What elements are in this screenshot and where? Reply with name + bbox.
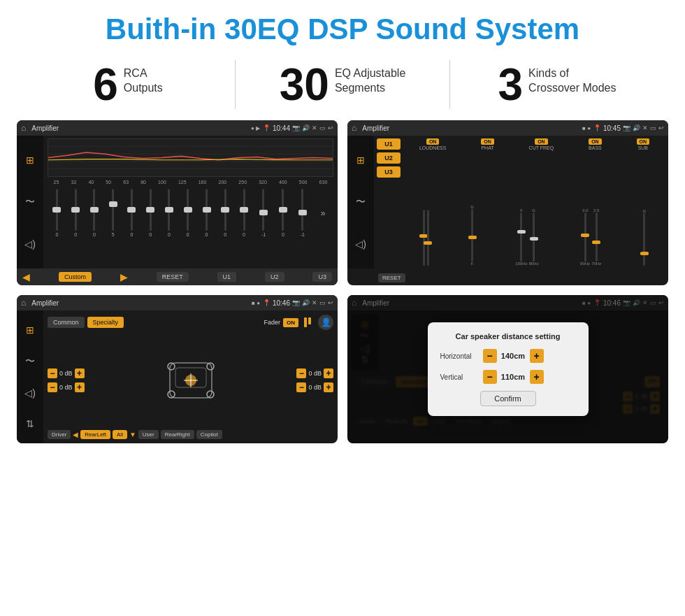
db-plus-br[interactable]: + [324, 382, 333, 392]
cutfreq-slider-2[interactable] [533, 213, 535, 262]
slider-14[interactable]: -1 [301, 187, 305, 239]
specialty-btn[interactable]: Specialty [87, 317, 124, 328]
cutfreq-on[interactable]: ON [535, 138, 548, 145]
slider-6[interactable]: 0 [149, 187, 152, 239]
eq-sidebar: ⊞ 〜 ◁) [17, 136, 43, 268]
rearright-btn[interactable]: RearRight [161, 430, 194, 439]
nav-u1[interactable]: U1 [217, 272, 237, 282]
fader-icon-arrows[interactable]: ⇅ [26, 418, 34, 429]
slider-1[interactable]: 0 [55, 187, 58, 239]
fader-icon-speaker[interactable]: ◁) [24, 387, 36, 399]
sub-slider[interactable] [643, 213, 645, 266]
eq-content: ⊞ 〜 ◁) [17, 136, 338, 268]
fader-bar-1 [304, 317, 307, 327]
amp2-main-area: U1 U2 U3 ON LOUDNESS ON [374, 136, 668, 268]
sub-label: SUB [638, 145, 648, 150]
app-name-eq: Amplifier [31, 124, 248, 132]
slider-4[interactable]: 5 [112, 187, 115, 239]
reset-btn[interactable]: RESET [378, 273, 405, 282]
confirm-button[interactable]: Confirm [480, 391, 536, 406]
slider-3[interactable]: 0 [93, 187, 96, 239]
driver-btn[interactable]: Driver [48, 430, 71, 439]
rect-icon-2: ▭ [650, 124, 656, 131]
time-eq: 10:44 [273, 124, 290, 132]
amp2-icon-speaker[interactable]: ◁) [355, 238, 366, 250]
phat-on[interactable]: ON [481, 138, 494, 145]
slider-5[interactable]: 0 [130, 187, 133, 239]
nav-u3[interactable]: U3 [312, 272, 332, 282]
bass-on[interactable]: ON [589, 138, 602, 145]
nav-u2[interactable]: U2 [265, 272, 284, 282]
preset-u2[interactable]: U2 [377, 152, 401, 164]
fader-middle: − 0 dB + − 0 dB + [48, 333, 333, 427]
left-arrow[interactable]: ◀ [73, 431, 78, 438]
prev-icon[interactable]: ◀ [22, 271, 30, 282]
db-minus-tl[interactable]: − [48, 368, 57, 378]
user-btn-fader[interactable]: User [138, 430, 159, 439]
ctrl-cutfreq: ON CUT FREQ [529, 138, 554, 150]
copilot-btn[interactable]: Copilot [196, 430, 222, 439]
slider-10[interactable]: 0 [224, 187, 226, 239]
vertical-minus[interactable]: − [483, 370, 497, 384]
loudness-on[interactable]: ON [426, 138, 440, 145]
ctrl-loudness: ON LOUDNESS [419, 138, 447, 150]
preset-u3[interactable]: U3 [377, 166, 401, 178]
db-minus-tr[interactable]: − [296, 368, 306, 378]
db-plus-tl[interactable]: + [75, 368, 85, 378]
db-plus-tr[interactable]: + [324, 368, 333, 378]
rearleft-btn[interactable]: RearLeft [80, 430, 110, 439]
expand-icon[interactable]: » [321, 208, 326, 218]
common-btn[interactable]: Common [48, 317, 85, 328]
db-minus-br[interactable]: − [296, 382, 306, 392]
x-icon-3: ✕ [312, 299, 317, 306]
app-name-fader: Amplifier [31, 299, 249, 307]
eq-nav-bar: ◀ Custom ▶ RESET U1 U2 U3 [17, 268, 338, 285]
phat-slider[interactable] [471, 209, 473, 262]
fader-icon-filter[interactable]: ⊞ [26, 324, 34, 336]
vertical-plus[interactable]: + [530, 370, 544, 384]
nav-reset[interactable]: RESET [157, 272, 189, 282]
eq-icon-speaker[interactable]: ◁) [24, 238, 36, 250]
preset-u1[interactable]: U1 [377, 138, 401, 150]
cutfreq-slider-1[interactable] [520, 213, 522, 262]
slider-2[interactable]: 0 [74, 187, 77, 239]
nav-custom[interactable]: Custom [59, 272, 92, 282]
statusbar-amp2: ⌂ Amplifier ■ ● 📍 10:45 📷 🔊 ✕ ▭ ↩ [347, 120, 668, 136]
app-name-amp2: Amplifier [362, 124, 579, 132]
stat-item-rca: 6 RCAOutputs [28, 62, 228, 107]
down-arrow[interactable]: ▼ [129, 431, 136, 438]
loudness-slider-1[interactable] [423, 210, 425, 266]
horizontal-plus[interactable]: + [530, 349, 544, 363]
db-plus-bl[interactable]: + [75, 382, 85, 392]
fader-on[interactable]: ON [283, 318, 298, 327]
home-icon-3: ⌂ [21, 298, 26, 308]
stats-row: 6 RCAOutputs 30 EQ AdjustableSegments 3 … [0, 53, 685, 120]
eq-main-area: 2532 4050 6380 100125 160200 250320 4005… [43, 136, 338, 268]
cam-icon: 📷 [292, 124, 300, 131]
slider-11[interactable]: 0 [243, 187, 245, 239]
bass-slider-2[interactable] [596, 213, 598, 262]
all-btn[interactable]: All [113, 430, 127, 439]
db-minus-bl[interactable]: − [48, 382, 57, 392]
fader-content: ⊞ 〜 ◁) ⇅ Common Specialty Fader ON [17, 310, 338, 443]
eq-icon-filter[interactable]: ⊞ [26, 155, 34, 166]
screens-grid: ⌂ Amplifier ● ▶ 📍 10:44 📷 🔊 ✕ ▭ ↩ ⊞ 〜 ◁) [0, 120, 685, 443]
bass-slider-1[interactable] [584, 213, 586, 262]
time-fader: 10:46 [273, 299, 290, 307]
slider-9[interactable]: 0 [206, 187, 208, 239]
slider-13[interactable]: 0 [282, 187, 284, 239]
slider-7[interactable]: 0 [168, 187, 171, 239]
sub-on[interactable]: ON [637, 138, 650, 145]
amp2-icon-wave[interactable]: 〜 [356, 196, 366, 208]
fader-icon-wave[interactable]: 〜 [25, 355, 35, 368]
next-icon[interactable]: ▶ [120, 271, 128, 282]
svg-point-9 [207, 391, 214, 398]
loudness-slider-2[interactable] [427, 210, 429, 266]
user-avatar[interactable]: 👤 [318, 315, 333, 330]
horizontal-minus[interactable]: − [483, 349, 497, 363]
amp2-icon-filter[interactable]: ⊞ [356, 155, 365, 166]
slider-8[interactable]: 0 [187, 187, 189, 239]
slider-12[interactable]: -1 [261, 187, 266, 239]
fader-right-db: − 0 dB + − 0 dB + [296, 368, 333, 392]
eq-icon-wave[interactable]: 〜 [25, 196, 35, 208]
